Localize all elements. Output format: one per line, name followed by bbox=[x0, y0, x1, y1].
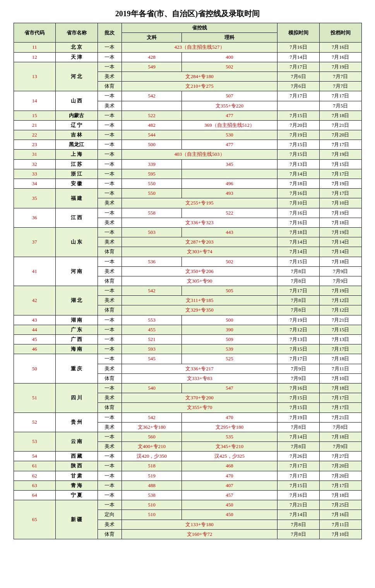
wenke-cell: 455 bbox=[122, 325, 182, 334]
like-cell: 文295+专180 bbox=[182, 422, 277, 432]
moni-cell: 7月14日 bbox=[277, 247, 320, 257]
moni-cell: 7月15日 bbox=[277, 403, 320, 412]
toudang-cell: 7月17日 bbox=[319, 403, 361, 412]
batch-cell: 一本 bbox=[98, 208, 122, 218]
table-row: 50重 庆一本5455257月17日7月18日 bbox=[14, 354, 361, 364]
table-row: 61陕 西一本5184687月17日7月20日 bbox=[14, 461, 361, 471]
wenke-cell: 558 bbox=[122, 208, 182, 218]
like-cell: 390 bbox=[182, 325, 277, 334]
moni-cell: 7月21日 bbox=[277, 500, 320, 510]
batch-cell: 一本 bbox=[98, 491, 122, 500]
moni-cell: 7月14日 bbox=[277, 169, 320, 179]
wenke-cell: 339 bbox=[122, 159, 182, 169]
province-cell: 江 西 bbox=[56, 208, 98, 227]
batch-cell: 一本 bbox=[98, 120, 122, 130]
toudang-cell: 7月8日 bbox=[319, 422, 361, 432]
moni-cell: 7月8日 bbox=[277, 266, 320, 276]
toudang-cell: 7月16日 bbox=[319, 510, 361, 520]
batch-cell: 体育 bbox=[98, 276, 122, 286]
like-cell: 文287+专203 bbox=[122, 237, 277, 247]
code-cell: 23 bbox=[14, 140, 56, 150]
like-cell: 文303+专74 bbox=[122, 247, 277, 257]
like-cell: 文160+专72 bbox=[122, 529, 277, 539]
toudang-cell: 7月19日 bbox=[319, 227, 361, 237]
wenke-cell: 518 bbox=[122, 461, 182, 471]
like-cell: 505 bbox=[182, 286, 277, 296]
like-cell: 423（自主招生线527） bbox=[122, 43, 277, 52]
table-row: 31上 海一本403（自主招生线503）7月15日7月19日 bbox=[14, 150, 361, 159]
table-row: 12天 津一本4284007月14日7月16日 bbox=[14, 52, 361, 62]
batch-cell: 一本 bbox=[98, 150, 122, 159]
code-cell: 36 bbox=[14, 208, 56, 227]
province-cell: 广 东 bbox=[56, 325, 98, 334]
code-cell: 43 bbox=[14, 315, 56, 325]
moni-cell bbox=[277, 101, 320, 111]
moni-cell: 7月26日 bbox=[277, 452, 320, 461]
wenke-cell: 593 bbox=[122, 344, 182, 354]
batch-cell: 美术 bbox=[98, 442, 122, 452]
like-cell: 477 bbox=[182, 140, 277, 150]
like-cell: 450 bbox=[182, 510, 277, 520]
batch-cell: 美术 bbox=[98, 237, 122, 247]
batch-cell: 体育 bbox=[98, 403, 122, 412]
province-cell: 天 津 bbox=[56, 52, 98, 62]
toudang-cell: 7月15日 bbox=[319, 159, 361, 169]
toudang-cell: 7月5日 bbox=[319, 101, 361, 111]
wenke-cell: 560 bbox=[122, 432, 182, 441]
toudang-cell: 7月20日 bbox=[319, 130, 361, 140]
moni-cell: 7月8日 bbox=[277, 422, 320, 432]
wenke-cell: 428 bbox=[122, 52, 182, 62]
toudang-cell: 7月11日 bbox=[319, 364, 361, 373]
moni-cell: 7月16日 bbox=[277, 218, 320, 227]
toudang-cell: 7月17日 bbox=[319, 189, 361, 198]
table-row: 14山 西一本5425077月17日7月17日 bbox=[14, 91, 361, 101]
like-cell: 457 bbox=[182, 491, 277, 500]
code-cell: 35 bbox=[14, 189, 56, 208]
toudang-cell: 7月18日 bbox=[319, 257, 361, 266]
batch-cell: 美术 bbox=[98, 218, 122, 227]
toudang-cell: 7月10日 bbox=[319, 373, 361, 383]
batch-cell: 一本 bbox=[98, 354, 122, 364]
code-cell: 45 bbox=[14, 335, 56, 344]
like-cell: 369（自主招生线512） bbox=[182, 120, 277, 130]
province-cell: 安 徽 bbox=[56, 179, 98, 189]
like-cell: 400 bbox=[182, 52, 277, 62]
like-cell: 407 bbox=[182, 481, 277, 490]
moni-cell: 7月16日 bbox=[277, 491, 320, 500]
header-batch: 批次 bbox=[98, 23, 122, 43]
batch-cell: 美术 bbox=[98, 198, 122, 208]
moni-cell: 7月17日 bbox=[277, 471, 320, 481]
table-row: 51四 川一本5405477月16日7月18日 bbox=[14, 383, 361, 393]
moni-cell: 7月8日 bbox=[277, 305, 320, 315]
wenke-cell: 文400+专210 bbox=[122, 442, 182, 452]
batch-cell: 一本 bbox=[98, 169, 122, 179]
wenke-cell: 510 bbox=[122, 500, 182, 510]
batch-cell: 一本 bbox=[98, 140, 122, 150]
table-row: 65新 疆一本5104507月21日7月25日 bbox=[14, 500, 361, 510]
like-cell: 493 bbox=[182, 189, 277, 198]
wenke-cell: 519 bbox=[122, 471, 182, 481]
like-cell: 汉425，少325 bbox=[182, 452, 277, 461]
province-cell: 西 藏 bbox=[56, 452, 98, 461]
toudang-cell: 7月18日 bbox=[319, 218, 361, 227]
moni-cell: 7月14日 bbox=[277, 432, 320, 441]
wenke-cell: 521 bbox=[122, 335, 182, 344]
code-cell: 50 bbox=[14, 354, 56, 383]
moni-cell: 7月14日 bbox=[277, 52, 320, 62]
toudang-cell: 7月9日 bbox=[319, 276, 361, 286]
toudang-cell: 7月21日 bbox=[319, 412, 361, 422]
toudang-cell: 7月12日 bbox=[319, 305, 361, 315]
code-cell: 53 bbox=[14, 432, 56, 451]
like-cell: 文336+专217 bbox=[122, 364, 277, 373]
province-cell: 北 京 bbox=[56, 43, 98, 52]
toudang-cell: 7月19日 bbox=[319, 208, 361, 218]
toudang-cell: 7月10日 bbox=[319, 198, 361, 208]
code-cell: 44 bbox=[14, 325, 56, 334]
like-cell: 文284+专180 bbox=[122, 72, 277, 81]
batch-cell: 一本 bbox=[98, 344, 122, 354]
table-row: 54西 藏一本汉420，少350汉425，少3257月26日7月27日 bbox=[14, 452, 361, 461]
batch-cell: 一本 bbox=[98, 471, 122, 481]
toudang-cell: 7月15日 bbox=[319, 325, 361, 334]
code-cell: 41 bbox=[14, 257, 56, 286]
batch-cell: 美术 bbox=[98, 266, 122, 276]
